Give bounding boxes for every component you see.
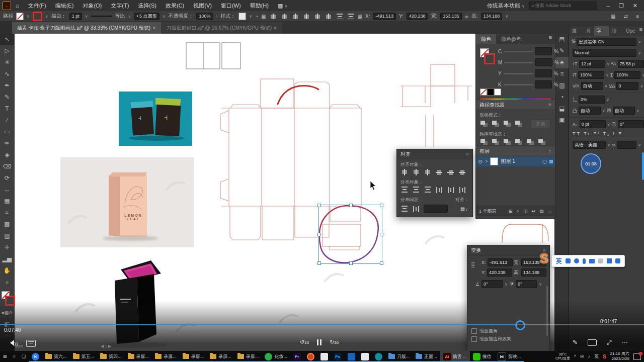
more-options-chevron-icon[interactable]: ∨ (505, 14, 508, 19)
recolor-artwork-icon[interactable]: ◔ (255, 14, 258, 19)
menu-window[interactable]: 窗口(W) (216, 2, 246, 10)
horizontal-scale-field[interactable]: 100% (614, 71, 640, 79)
spacing-h-icon[interactable] (413, 205, 419, 213)
mesh-tool-icon[interactable]: ▩ (0, 219, 14, 230)
ime-keyboard-icon[interactable] (589, 259, 595, 263)
c-value[interactable] (535, 47, 552, 55)
new-layer-icon[interactable]: ▤ (539, 209, 544, 214)
taskbar-app-k[interactable]: K (29, 351, 42, 362)
th-field[interactable]: 134.188 (521, 268, 546, 277)
layer-expand-icon[interactable]: > (485, 159, 488, 164)
color-mode-icons[interactable]: ■▦⊘ (0, 307, 14, 319)
tracking-chevron-icon[interactable]: ∨ (640, 84, 643, 88)
swap-icon[interactable]: ⇄ (624, 14, 628, 19)
taskbar-app-green[interactable]: 化妆... (262, 351, 290, 362)
taskbar-folder-7[interactable]: 录屏... (207, 351, 234, 362)
selection-handle[interactable] (349, 261, 353, 265)
taskbar-window-zhengmian[interactable]: 正面... (413, 351, 440, 362)
pen-tool-icon[interactable]: ✒ (0, 80, 14, 92)
fill-swatch[interactable] (16, 13, 24, 20)
vscale-chevron-icon[interactable]: ∨ (606, 73, 609, 77)
layers-menu-icon[interactable]: ≡ (548, 148, 551, 154)
toolbar-stroke-swatch[interactable] (5, 296, 15, 306)
align-menu-icon[interactable]: ≡ (466, 151, 469, 157)
distribute-h-icon[interactable] (337, 14, 343, 19)
y-slider[interactable] (504, 73, 533, 74)
tab2-close-icon[interactable]: ✕ (273, 25, 277, 31)
dock-appearance-icon[interactable]: ⬓ (555, 103, 569, 115)
m-value[interactable] (535, 58, 552, 66)
antialias-field[interactable] (617, 141, 636, 149)
char-style-buttons[interactable]: TT Tr Tᑊ T₁ I Ŧ (569, 130, 644, 138)
annotate-pencil-icon[interactable]: ✎ (573, 339, 578, 346)
align-v-top-icon[interactable] (436, 168, 442, 176)
link-dimensions-icon[interactable]: ∞ (465, 14, 468, 19)
menu-file[interactable]: 文件(F) (24, 2, 51, 10)
lemon-box-mockup-image[interactable]: LEMON LEAF (60, 157, 194, 247)
font-family-field[interactable]: 思源黑体 CN (577, 38, 636, 46)
transform-grid-icon[interactable]: ▦ (358, 14, 362, 19)
ime-pen-icon[interactable] (566, 258, 571, 263)
font-chevron-icon[interactable]: ∨ (638, 40, 641, 44)
tray-message-icon[interactable]: ✉ (580, 354, 584, 359)
gradient-tool-icon[interactable]: ▥ (0, 230, 14, 242)
aki-left-field[interactable]: 自动 (579, 107, 601, 115)
menu-edit[interactable]: 编辑(E) (51, 2, 78, 10)
style-chevron-icon[interactable]: ∨ (249, 14, 252, 19)
stock-search-box[interactable]: ⌕ (529, 2, 597, 10)
layer-target-icon[interactable]: ◯ (542, 159, 547, 164)
language-field[interactable]: 英语：美国 (573, 141, 606, 149)
char-panel-menu-icon[interactable]: ≡ (637, 26, 644, 36)
y-value[interactable] (535, 69, 552, 77)
w-field[interactable]: 153.135 (440, 13, 462, 20)
lasso-tool-icon[interactable]: ∿ (0, 68, 14, 80)
hand-tool-icon[interactable]: ✋ (0, 265, 14, 277)
dist-hcenter-icon[interactable] (447, 186, 454, 194)
taskbar-app-jianying[interactable]: ⋈剪映... (495, 351, 524, 362)
fill-stroke-indicator[interactable] (0, 290, 14, 307)
unite-icon[interactable] (480, 121, 488, 127)
search-input[interactable] (534, 3, 587, 9)
tab-character[interactable]: 字符 (594, 26, 609, 36)
style-chevron2-icon[interactable]: ∨ (638, 51, 641, 55)
selection-handle[interactable] (317, 204, 321, 207)
shape-builder-tool-icon[interactable]: ▦ (0, 196, 14, 207)
tx-field[interactable]: -491.513 (488, 258, 513, 266)
taskbar-app-browser[interactable] (304, 351, 317, 362)
align-h-left-icon[interactable] (400, 169, 408, 175)
app-logo-icon[interactable]: ← (3, 2, 11, 10)
h-field[interactable]: 134.188 (481, 13, 503, 20)
taskbar-window-daoban[interactable]: 刀版... (385, 351, 413, 362)
cpu-temp-widget[interactable]: 38°CCPU温度 (555, 352, 570, 361)
menu-type[interactable]: 文字(T) (106, 2, 133, 10)
selection-handle[interactable] (317, 261, 321, 265)
task-view-button[interactable]: ❏ (19, 351, 29, 362)
dock-artboards-icon[interactable]: ▣ (555, 115, 569, 126)
leading-field[interactable]: 75.58 p (618, 60, 644, 68)
k-value[interactable] (535, 80, 552, 88)
black-swatch[interactable] (487, 88, 494, 96)
opacity-field[interactable]: 100% (196, 13, 213, 20)
tab-libraries[interactable]: 库 (584, 26, 594, 36)
kerning-field[interactable]: 自动 (581, 82, 603, 90)
teal-box-mockup-image[interactable]: ⫞ ⫞ (119, 92, 192, 146)
taskbar-app-doc1[interactable] (317, 351, 331, 362)
fill-chevron-icon[interactable]: ∨ (27, 14, 30, 19)
antialias-chevron-icon[interactable]: ∨ (638, 143, 641, 147)
graph-tool-icon[interactable]: ▂▅ (0, 253, 14, 265)
restore-button[interactable]: ❐ (614, 3, 628, 9)
eyedropper-tool-icon[interactable]: ✛ (0, 242, 14, 253)
action-center-icon[interactable] (633, 353, 641, 360)
taskbar-app-doc2[interactable] (358, 351, 372, 362)
minimize-button[interactable]: – (602, 3, 614, 9)
selection-handle[interactable] (380, 204, 383, 207)
kerning-chevron-icon[interactable]: ∨ (605, 84, 608, 88)
stroke-swatch[interactable] (33, 12, 42, 21)
delete-layer-icon[interactable]: ▭ (547, 209, 552, 214)
taskbar-app-teal[interactable] (372, 351, 385, 362)
stroke-weight-chevron-icon[interactable]: ∨ (85, 14, 88, 19)
ime-mode-toggle[interactable]: 英 (556, 257, 562, 265)
layer-row-1[interactable]: ⊙ > 图层 1 ◯ (476, 156, 555, 166)
brush-chevron-icon[interactable]: ∨ (163, 14, 166, 19)
panel-menu-icon[interactable]: ≡ (636, 14, 639, 19)
